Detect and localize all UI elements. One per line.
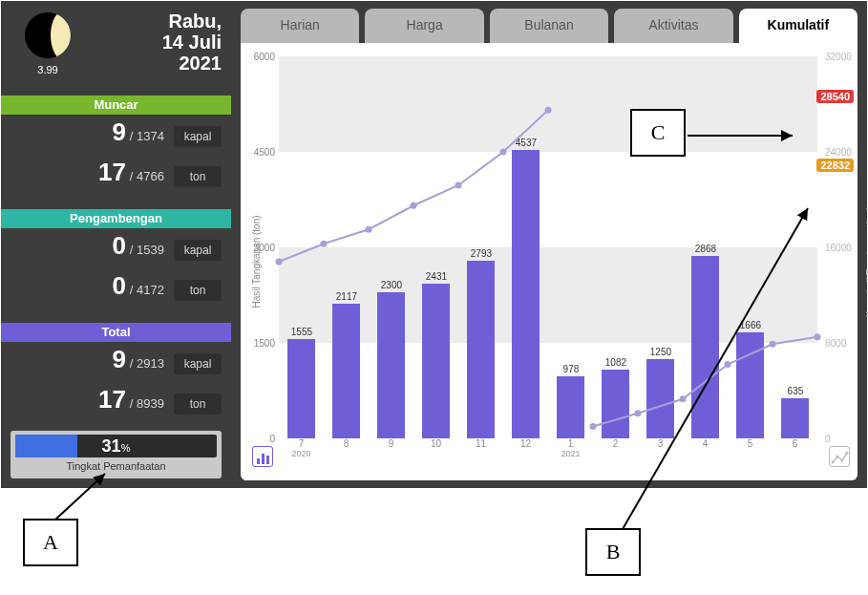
total-kapal-unit: kapal: [174, 353, 222, 374]
muncar-ton-total: / 4766: [130, 169, 164, 183]
stats-total: 9 / 2913 kapal 17 / 8939 ton: [1, 345, 222, 425]
yr-tick: 0: [825, 434, 852, 444]
yl-tick: 1500: [248, 338, 275, 349]
peng-kapal-total: / 1539: [130, 243, 164, 257]
utilization-pct: 31%: [15, 435, 217, 457]
yr-tick: 24000: [825, 147, 852, 158]
tab-harian[interactable]: Harian: [241, 9, 359, 43]
tabs: HarianHargaBulananAktivitasKumulatif: [241, 9, 857, 43]
stats-pengambengan: 0 / 1539 kapal 0 / 4172 ton: [1, 231, 222, 311]
total-ton-unit: ton: [174, 393, 222, 414]
yr-tick: 32000: [825, 52, 852, 62]
svg-point-4: [455, 182, 462, 189]
annotation-a: A: [23, 519, 78, 566]
svg-point-5: [500, 149, 507, 156]
yr-tick: 8000: [825, 338, 852, 349]
svg-point-7: [590, 423, 597, 430]
yl-tick: 3000: [248, 243, 275, 253]
yl-tick: 0: [248, 434, 275, 444]
muncar-kapal-unit: kapal: [174, 126, 222, 147]
muncar-ton-unit: ton: [174, 166, 222, 187]
annotation-c: C: [630, 109, 686, 157]
x-tick: 12021: [557, 438, 585, 458]
x-tick: 11: [467, 438, 496, 449]
svg-point-15: [841, 459, 844, 462]
svg-point-3: [411, 202, 417, 209]
svg-point-6: [545, 107, 552, 114]
section-header-pengambengan: Pengambengan: [1, 209, 231, 228]
svg-point-2: [366, 226, 372, 233]
tab-aktivitas[interactable]: Aktivitas: [614, 9, 732, 43]
x-tick: 10: [422, 438, 451, 449]
arrow-a: [52, 470, 128, 523]
moon-value: 3.99: [14, 64, 81, 75]
arrow-c: [686, 126, 800, 145]
yl-tick: 6000: [248, 52, 275, 62]
x-tick: 9: [377, 438, 406, 449]
tab-bulanan[interactable]: Bulanan: [490, 9, 608, 43]
date-block: Rabu, 14 Juli 2021: [162, 11, 222, 74]
line-chart-icon[interactable]: [829, 446, 850, 467]
tab-kumulatif[interactable]: Kumulatif: [739, 9, 857, 43]
svg-point-13: [832, 461, 835, 464]
marker-red: 28540: [816, 90, 854, 103]
svg-point-14: [836, 456, 839, 458]
annotation-b: B: [585, 528, 641, 576]
peng-ton-current: 0: [112, 271, 125, 301]
total-kapal-current: 9: [112, 345, 125, 374]
total-ton-current: 17: [98, 385, 126, 414]
yr-tick: 16000: [825, 243, 852, 253]
moon-phase-icon: [25, 12, 71, 58]
y-left-label: Hasil Tangkapan (ton): [251, 215, 262, 308]
total-ton-total: / 8939: [130, 396, 164, 411]
svg-line-18: [623, 208, 808, 529]
x-tick: 12: [512, 438, 540, 449]
peng-kapal-current: 0: [112, 231, 125, 261]
section-header-total: Total: [1, 323, 231, 342]
svg-point-0: [276, 259, 283, 266]
muncar-ton-current: 17: [98, 158, 126, 187]
arrow-b: [619, 204, 829, 533]
stats-muncar: 9 / 1374 kapal 17 / 4766 ton: [1, 117, 222, 198]
yl-tick: 4500: [248, 147, 275, 158]
date-day-month: 14 Juli: [162, 32, 222, 53]
svg-point-1: [321, 241, 328, 247]
bar-chart-icon[interactable]: [252, 446, 273, 467]
svg-line-17: [55, 474, 105, 520]
x-tick: 8: [332, 438, 361, 449]
section-header-muncar: Muncar: [1, 96, 231, 115]
total-kapal-total: / 2913: [130, 356, 164, 371]
muncar-kapal-total: / 1374: [130, 129, 164, 143]
date-year: 2021: [162, 53, 222, 74]
x-tick: 72020: [287, 438, 316, 458]
tab-harga[interactable]: Harga: [365, 9, 483, 43]
svg-point-16: [846, 452, 849, 455]
muncar-kapal-current: 9: [112, 117, 125, 147]
peng-ton-total: / 4172: [130, 283, 164, 297]
sidebar: 3.99 Rabu, 14 Juli 2021 Muncar 9 / 1374 …: [1, 1, 231, 488]
peng-ton-unit: ton: [174, 280, 222, 301]
peng-kapal-unit: kapal: [174, 240, 222, 261]
utilization-bar: 31%: [15, 435, 217, 457]
marker-orange: 22832: [816, 159, 854, 172]
moon-widget: 3.99: [14, 12, 81, 75]
date-weekday: Rabu,: [162, 11, 222, 32]
